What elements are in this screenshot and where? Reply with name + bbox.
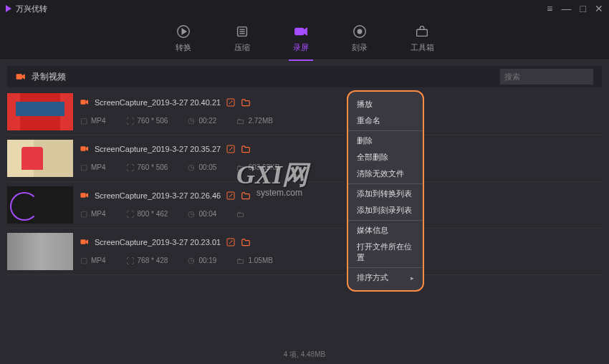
file-size: 2.72MB — [248, 117, 272, 125]
file-duration: 00:19 — [198, 257, 216, 264]
file-resolution: 800 * 462 — [138, 210, 168, 218]
svg-marker-12 — [22, 74, 25, 80]
file-resolution: 760 * 506 — [138, 163, 168, 171]
file-size: 1.05MB — [248, 257, 272, 264]
svg-marker-23 — [86, 240, 89, 245]
row-body: ScreenCapture_2019-3-27 20.26.46 ▢MP4 ⛶8… — [80, 186, 602, 224]
maximize-button[interactable]: □ — [580, 4, 586, 14]
ctx-clear-invalid[interactable]: 清除无效文件 — [348, 166, 423, 182]
ctx-rename[interactable]: 重命名 — [348, 112, 423, 129]
ctx-add-convert[interactable]: 添加到转换列表 — [348, 186, 423, 202]
edit-icon[interactable] — [226, 98, 235, 107]
list-item[interactable]: ScreenCapture_2019-3-27 20.26.46 ▢MP4 ⛶8… — [7, 182, 602, 229]
format-icon: ▢ — [80, 116, 87, 125]
svg-marker-14 — [86, 100, 89, 105]
ctx-media-info[interactable]: 媒体信息 — [348, 222, 423, 239]
subbar-title-group: 录制视频 — [16, 71, 66, 83]
ctx-delete[interactable]: 删除 — [348, 133, 423, 149]
size-icon: 🗀 — [236, 163, 244, 172]
camera-icon — [80, 192, 89, 198]
nav-compress[interactable]: 压缩 — [234, 24, 250, 53]
svg-marker-20 — [86, 193, 89, 198]
list-item[interactable]: ScreenCapture_2019-3-27 20.23.01 ▢MP4 ⛶7… — [7, 229, 602, 275]
folder-icon[interactable] — [241, 98, 251, 107]
ctx-add-burn[interactable]: 添加到刻录列表 — [348, 202, 423, 219]
thumbnail — [7, 233, 73, 270]
folder-icon[interactable] — [241, 145, 251, 153]
svg-rect-6 — [294, 28, 303, 34]
ctx-play[interactable]: 播放 — [348, 96, 423, 112]
menu-icon[interactable]: ≡ — [547, 4, 552, 14]
format-icon: ▢ — [80, 209, 87, 219]
clock-icon: ◷ — [188, 209, 195, 219]
app-logo-icon — [6, 5, 11, 12]
nav-convert[interactable]: 转换 — [176, 24, 191, 53]
svg-marker-7 — [303, 28, 307, 34]
context-menu: 播放 重命名 删除 全部删除 清除无效文件 添加到转换列表 添加到刻录列表 媒体… — [347, 90, 424, 292]
main-nav: 转换 压缩 录屏 刻录 工具箱 — [0, 17, 609, 60]
file-duration: 00:22 — [198, 117, 216, 125]
svg-rect-13 — [81, 100, 86, 105]
minimize-button[interactable]: — — [562, 4, 572, 14]
list-item[interactable]: ScreenCapture_2019-3-27 20.35.27 ▢MP4 ⛶7… — [7, 135, 602, 182]
camera-icon — [80, 145, 89, 152]
resolution-icon: ⛶ — [126, 257, 134, 265]
nav-record[interactable]: 录屏 — [293, 24, 309, 53]
close-button[interactable]: ✕ — [595, 4, 603, 14]
file-format: MP4 — [91, 117, 106, 125]
svg-rect-11 — [16, 74, 22, 80]
nav-burn[interactable]: 刻录 — [352, 24, 368, 53]
svg-rect-10 — [417, 29, 428, 36]
svg-marker-1 — [182, 29, 186, 34]
camera-icon — [80, 99, 89, 105]
file-name: ScreenCapture_2019-3-27 20.35.27 — [95, 145, 221, 153]
file-format: MP4 — [91, 210, 106, 218]
size-icon: 🗀 — [236, 210, 244, 219]
ctx-delete-all[interactable]: 全部删除 — [348, 149, 423, 166]
search-input[interactable] — [500, 69, 593, 85]
footer-summary: 4 项, 4.48MB — [0, 350, 609, 360]
edit-icon[interactable] — [226, 145, 235, 153]
resolution-icon: ⛶ — [126, 117, 134, 125]
format-icon: ▢ — [80, 256, 87, 265]
edit-icon[interactable] — [226, 191, 235, 200]
file-name: ScreenCapture_2019-3-27 20.40.21 — [95, 98, 221, 107]
nav-burn-label: 刻录 — [352, 42, 368, 53]
folder-icon[interactable] — [241, 191, 251, 200]
svg-point-9 — [358, 29, 362, 34]
nav-compress-label: 压缩 — [234, 42, 250, 53]
row-body: ScreenCapture_2019-3-27 20.35.27 ▢MP4 ⛶7… — [80, 140, 602, 177]
row-body: ScreenCapture_2019-3-27 20.40.21 ▢MP4 ⛶7… — [80, 93, 602, 130]
file-format: MP4 — [91, 163, 106, 171]
ctx-separator — [348, 267, 423, 268]
clock-icon: ◷ — [188, 256, 195, 265]
thumbnail — [7, 186, 73, 224]
folder-icon[interactable] — [241, 238, 251, 246]
nav-convert-label: 转换 — [176, 42, 191, 53]
toolbox-icon — [414, 24, 430, 39]
file-name: ScreenCapture_2019-3-27 20.23.01 — [95, 238, 221, 246]
app-title: 万兴优转 — [16, 4, 47, 14]
file-format: MP4 — [91, 257, 106, 264]
file-duration: 00:05 — [198, 163, 216, 171]
svg-rect-22 — [81, 240, 86, 245]
nav-toolbox-label: 工具箱 — [411, 42, 434, 53]
ctx-sort[interactable]: 排序方式▸ — [348, 269, 423, 286]
ctx-open-location[interactable]: 打开文件所在位置 — [348, 239, 423, 266]
compress-icon — [234, 24, 250, 39]
chevron-right-icon: ▸ — [411, 274, 414, 282]
thumbnail — [7, 93, 73, 130]
nav-record-label: 录屏 — [293, 42, 309, 53]
ctx-separator — [348, 130, 423, 131]
window-controls: ≡ — □ ✕ — [547, 4, 603, 14]
edit-icon[interactable] — [226, 238, 235, 246]
format-icon: ▢ — [80, 163, 87, 172]
camera-icon — [80, 239, 89, 245]
ctx-separator — [348, 183, 423, 184]
titlebar: 万兴优转 ≡ — □ ✕ — [0, 0, 609, 17]
file-resolution: 768 * 428 — [138, 257, 168, 264]
list-item[interactable]: ScreenCapture_2019-3-27 20.40.21 ▢MP4 ⛶7… — [7, 89, 602, 135]
ctx-separator — [348, 220, 423, 221]
file-duration: 00:04 — [198, 210, 216, 218]
nav-toolbox[interactable]: 工具箱 — [411, 24, 434, 53]
